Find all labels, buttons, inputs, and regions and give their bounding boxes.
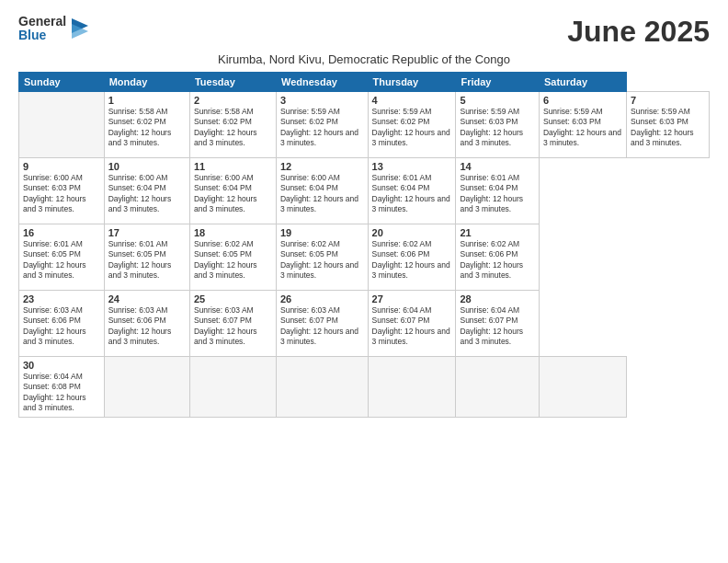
day-info: Sunrise: 6:01 AMSunset: 6:05 PMDaylight:… bbox=[108, 239, 186, 282]
day-info: Sunrise: 5:58 AMSunset: 6:02 PMDaylight:… bbox=[194, 107, 272, 149]
day-number: 19 bbox=[280, 227, 364, 238]
day-number: 23 bbox=[23, 293, 100, 304]
calendar-table: Sunday Monday Tuesday Wednesday Thursday… bbox=[18, 72, 710, 418]
header: General Blue June 2025 bbox=[18, 15, 710, 49]
table-cell: 17 Sunrise: 6:01 AMSunset: 6:05 PMDaylig… bbox=[104, 224, 189, 291]
day-number: 5 bbox=[460, 95, 535, 106]
day-number: 6 bbox=[543, 95, 622, 106]
table-cell: 18 Sunrise: 6:02 AMSunset: 6:05 PMDaylig… bbox=[189, 224, 276, 291]
table-cell: 12 Sunrise: 6:00 AMSunset: 6:04 PMDaylig… bbox=[276, 158, 368, 224]
table-cell: 6 Sunrise: 5:59 AMSunset: 6:03 PMDayligh… bbox=[539, 92, 626, 158]
table-cell bbox=[276, 357, 368, 418]
table-cell: 23 Sunrise: 6:03 AMSunset: 6:06 PMDaylig… bbox=[19, 291, 105, 357]
day-number: 3 bbox=[280, 95, 364, 106]
logo-general: General bbox=[18, 15, 66, 29]
table-cell: 19 Sunrise: 6:02 AMSunset: 6:05 PMDaylig… bbox=[276, 224, 368, 291]
day-info: Sunrise: 5:59 AMSunset: 6:03 PMDaylight:… bbox=[460, 107, 535, 149]
col-monday: Monday bbox=[104, 73, 189, 92]
day-info: Sunrise: 6:03 AMSunset: 6:06 PMDaylight:… bbox=[108, 305, 186, 348]
day-number: 18 bbox=[194, 227, 272, 238]
day-number: 20 bbox=[372, 227, 452, 238]
table-cell bbox=[368, 357, 456, 418]
col-tuesday: Tuesday bbox=[189, 73, 276, 92]
day-number: 11 bbox=[194, 161, 272, 172]
table-cell: 30 Sunrise: 6:04 AMSunset: 6:08 PMDaylig… bbox=[19, 357, 105, 418]
day-info: Sunrise: 6:02 AMSunset: 6:05 PMDaylight:… bbox=[280, 239, 364, 282]
table-cell: 27 Sunrise: 6:04 AMSunset: 6:07 PMDaylig… bbox=[368, 291, 456, 357]
table-cell: 20 Sunrise: 6:02 AMSunset: 6:06 PMDaylig… bbox=[368, 224, 456, 291]
table-cell bbox=[539, 357, 626, 418]
day-info: Sunrise: 6:02 AMSunset: 6:06 PMDaylight:… bbox=[372, 239, 452, 282]
table-cell: 9 Sunrise: 6:00 AMSunset: 6:03 PMDayligh… bbox=[19, 158, 105, 224]
table-cell: 28 Sunrise: 6:04 AMSunset: 6:07 PMDaylig… bbox=[456, 291, 540, 357]
day-info: Sunrise: 6:02 AMSunset: 6:05 PMDaylight:… bbox=[194, 239, 272, 282]
table-cell: 10 Sunrise: 6:00 AMSunset: 6:04 PMDaylig… bbox=[104, 158, 189, 224]
table-cell: 7 Sunrise: 5:59 AMSunset: 6:03 PMDayligh… bbox=[627, 92, 710, 158]
day-info: Sunrise: 6:00 AMSunset: 6:04 PMDaylight:… bbox=[108, 173, 186, 215]
day-info: Sunrise: 6:04 AMSunset: 6:07 PMDaylight:… bbox=[460, 305, 535, 348]
day-number: 30 bbox=[23, 360, 100, 371]
day-number: 12 bbox=[280, 161, 364, 172]
day-number: 9 bbox=[23, 161, 100, 172]
day-info: Sunrise: 6:00 AMSunset: 6:04 PMDaylight:… bbox=[280, 173, 364, 215]
table-cell: 3 Sunrise: 5:59 AMSunset: 6:02 PMDayligh… bbox=[276, 92, 368, 158]
table-cell: 2 Sunrise: 5:58 AMSunset: 6:02 PMDayligh… bbox=[189, 92, 276, 158]
day-number: 17 bbox=[108, 227, 186, 238]
day-info: Sunrise: 6:03 AMSunset: 6:07 PMDaylight:… bbox=[280, 305, 364, 348]
logo-icon bbox=[72, 18, 88, 39]
table-cell: 5 Sunrise: 5:59 AMSunset: 6:03 PMDayligh… bbox=[456, 92, 540, 158]
subtitle: Kirumba, Nord Kivu, Democratic Republic … bbox=[18, 52, 710, 66]
table-cell: 13 Sunrise: 6:01 AMSunset: 6:04 PMDaylig… bbox=[368, 158, 456, 224]
table-cell: 11 Sunrise: 6:00 AMSunset: 6:04 PMDaylig… bbox=[189, 158, 276, 224]
day-info: Sunrise: 5:59 AMSunset: 6:03 PMDaylight:… bbox=[543, 107, 622, 149]
table-cell: 26 Sunrise: 6:03 AMSunset: 6:07 PMDaylig… bbox=[276, 291, 368, 357]
table-cell: 24 Sunrise: 6:03 AMSunset: 6:06 PMDaylig… bbox=[104, 291, 189, 357]
day-number: 26 bbox=[280, 293, 364, 304]
month-title: June 2025 bbox=[567, 15, 710, 49]
day-number: 7 bbox=[631, 95, 705, 106]
logo: General Blue bbox=[18, 15, 88, 43]
day-info: Sunrise: 6:01 AMSunset: 6:04 PMDaylight:… bbox=[372, 173, 452, 215]
day-number: 24 bbox=[108, 293, 186, 304]
day-number: 25 bbox=[194, 293, 272, 304]
table-cell: 1 Sunrise: 5:58 AMSunset: 6:02 PMDayligh… bbox=[104, 92, 189, 158]
day-number: 13 bbox=[372, 161, 452, 172]
day-info: Sunrise: 5:59 AMSunset: 6:02 PMDaylight:… bbox=[280, 107, 364, 149]
day-info: Sunrise: 6:02 AMSunset: 6:06 PMDaylight:… bbox=[460, 239, 535, 282]
day-number: 16 bbox=[23, 227, 100, 238]
day-number: 4 bbox=[372, 95, 452, 106]
table-cell: 25 Sunrise: 6:03 AMSunset: 6:07 PMDaylig… bbox=[189, 291, 276, 357]
col-wednesday: Wednesday bbox=[276, 73, 368, 92]
table-cell bbox=[104, 357, 189, 418]
col-sunday: Sunday bbox=[19, 73, 105, 92]
day-info: Sunrise: 6:04 AMSunset: 6:07 PMDaylight:… bbox=[372, 305, 452, 348]
day-info: Sunrise: 6:03 AMSunset: 6:06 PMDaylight:… bbox=[23, 305, 100, 348]
day-info: Sunrise: 6:03 AMSunset: 6:07 PMDaylight:… bbox=[194, 305, 272, 348]
table-cell: 4 Sunrise: 5:59 AMSunset: 6:02 PMDayligh… bbox=[368, 92, 456, 158]
col-saturday: Saturday bbox=[539, 73, 626, 92]
day-number: 1 bbox=[108, 95, 186, 106]
table-cell: 14 Sunrise: 6:01 AMSunset: 6:04 PMDaylig… bbox=[456, 158, 540, 224]
day-number: 21 bbox=[460, 227, 535, 238]
day-info: Sunrise: 6:04 AMSunset: 6:08 PMDaylight:… bbox=[23, 372, 100, 414]
day-number: 2 bbox=[194, 95, 272, 106]
table-cell: 21 Sunrise: 6:02 AMSunset: 6:06 PMDaylig… bbox=[456, 224, 540, 291]
col-thursday: Thursday bbox=[368, 73, 456, 92]
calendar-header-row: Sunday Monday Tuesday Wednesday Thursday… bbox=[19, 73, 710, 92]
day-info: Sunrise: 5:58 AMSunset: 6:02 PMDaylight:… bbox=[108, 107, 186, 149]
day-number: 14 bbox=[460, 161, 535, 172]
day-info: Sunrise: 5:59 AMSunset: 6:03 PMDaylight:… bbox=[631, 107, 705, 149]
page: General Blue June 2025 Kirumba, Nord Kiv… bbox=[0, 0, 728, 563]
day-number: 27 bbox=[372, 293, 452, 304]
table-cell bbox=[456, 357, 540, 418]
col-friday: Friday bbox=[456, 73, 540, 92]
day-info: Sunrise: 6:00 AMSunset: 6:03 PMDaylight:… bbox=[23, 173, 100, 215]
table-cell bbox=[189, 357, 276, 418]
day-number: 28 bbox=[460, 293, 535, 304]
table-cell: 16 Sunrise: 6:01 AMSunset: 6:05 PMDaylig… bbox=[19, 224, 105, 291]
day-info: Sunrise: 6:01 AMSunset: 6:04 PMDaylight:… bbox=[460, 173, 535, 215]
day-info: Sunrise: 6:01 AMSunset: 6:05 PMDaylight:… bbox=[23, 239, 100, 282]
day-info: Sunrise: 6:00 AMSunset: 6:04 PMDaylight:… bbox=[194, 173, 272, 215]
logo-blue: Blue bbox=[18, 29, 66, 42]
day-info: Sunrise: 5:59 AMSunset: 6:02 PMDaylight:… bbox=[372, 107, 452, 149]
